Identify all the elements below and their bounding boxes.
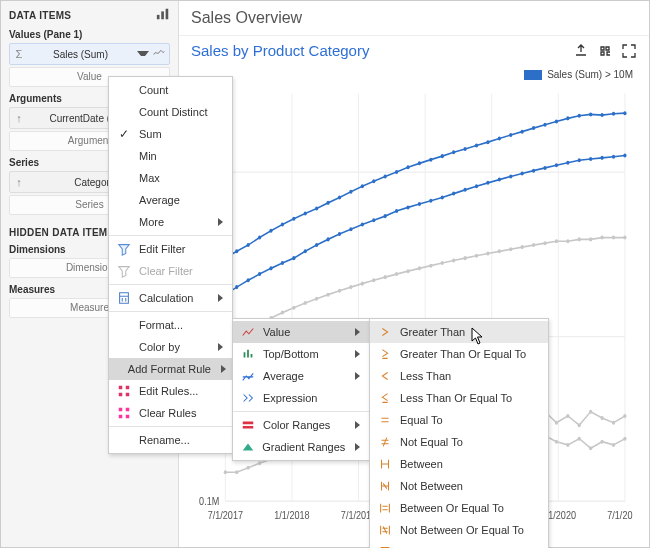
svg-point-44 [486, 140, 489, 144]
menu-item-label: Top/Bottom [263, 348, 345, 360]
svg-point-84 [532, 169, 535, 173]
menu-item-label: More [139, 216, 208, 228]
menu-item-label: Clear Rules [139, 407, 226, 419]
cond-menu-item-less-than-or-equal-to[interactable]: Less Than Or Equal To [370, 387, 548, 409]
svg-point-40 [441, 154, 444, 158]
agg-menu-item-rename-[interactable]: Rename... [109, 429, 232, 451]
agg-menu-item-count-distinct[interactable]: Count Distinct [109, 101, 232, 123]
filter-icon[interactable] [597, 43, 613, 59]
menu-item-label: Count Distinct [139, 106, 226, 118]
chevron-right-icon [218, 343, 226, 351]
agg-menu-item-edit-filter[interactable]: Edit Filter [109, 238, 232, 260]
svg-point-165 [224, 470, 227, 474]
svg-point-25 [269, 229, 272, 233]
svg-point-61 [269, 266, 272, 270]
lt-icon [376, 368, 394, 384]
agg-menu-item-clear-rules[interactable]: Clear Rules [109, 402, 232, 424]
value-pill-sales[interactable]: Σ Sales (Sum) [9, 43, 170, 65]
menu-item-label: Min [139, 150, 226, 162]
svg-text:1/1/2018: 1/1/2018 [274, 509, 310, 521]
rule-menu-item-average[interactable]: Average [233, 365, 369, 387]
value-condition-submenu[interactable]: Greater ThanGreater Than Or Equal ToLess… [369, 318, 549, 548]
menu-item-label: Rename... [139, 434, 226, 446]
svg-point-36 [395, 170, 398, 174]
aggregate-context-menu[interactable]: CountCount Distinct✓SumMinMaxAverageMore… [108, 76, 233, 454]
svg-point-120 [532, 243, 535, 247]
rule-menu-item-expression[interactable]: Expression [233, 387, 369, 409]
values-section-label: Values (Pane 1) [9, 29, 170, 40]
agg-menu-item-format-[interactable]: Format... [109, 314, 232, 336]
svg-point-114 [463, 256, 466, 260]
svg-point-71 [384, 214, 387, 218]
svg-point-75 [429, 199, 432, 203]
maximize-icon[interactable] [621, 43, 637, 59]
cond-menu-item-not-between[interactable]: Not Between [370, 475, 548, 497]
rule-menu-item-gradient-ranges[interactable]: Gradient Ranges [233, 436, 369, 458]
svg-rect-0 [157, 15, 160, 19]
svg-point-101 [315, 297, 318, 301]
svg-point-42 [463, 147, 466, 151]
format-rule-submenu[interactable]: ValueTop/BottomAverageExpressionColor Ra… [232, 318, 370, 461]
chevron-down-icon[interactable] [137, 48, 149, 60]
svg-point-51 [566, 116, 569, 120]
agg-menu-item-more[interactable]: More [109, 211, 232, 233]
svg-point-109 [406, 269, 409, 273]
svg-point-67 [338, 232, 341, 236]
menu-item-label: Calculation [139, 292, 208, 304]
cond-menu-item-not-equal-to[interactable]: Not Equal To [370, 431, 548, 453]
cond-menu-item-greater-than-or-equal-to[interactable]: Greater Than Or Equal To [370, 343, 548, 365]
svg-point-108 [395, 272, 398, 276]
btwe-icon [376, 500, 394, 516]
cond-menu-item-text-that-contains[interactable]: Text that Contains [370, 541, 548, 548]
cond-menu-item-less-than[interactable]: Less Than [370, 365, 548, 387]
svg-point-53 [589, 112, 592, 116]
svg-point-79 [475, 184, 478, 188]
svg-point-34 [372, 179, 375, 183]
svg-point-82 [509, 174, 512, 178]
agg-menu-item-average[interactable]: Average [109, 189, 232, 211]
menu-item-label: Less Than [400, 370, 542, 382]
rule-menu-item-top-bottom[interactable]: Top/Bottom [233, 343, 369, 365]
chevron-right-icon [355, 443, 363, 451]
cond-menu-item-greater-than[interactable]: Greater Than [370, 321, 548, 343]
svg-point-102 [326, 293, 329, 297]
svg-point-164 [623, 414, 626, 418]
svg-point-33 [361, 184, 364, 188]
agg-menu-item-min[interactable]: Min [109, 145, 232, 167]
agg-menu-item-edit-rules-[interactable]: Edit Rules... [109, 380, 232, 402]
rule-menu-item-value[interactable]: Value [233, 321, 369, 343]
svg-point-99 [292, 306, 295, 310]
svg-point-39 [429, 158, 432, 162]
svg-point-200 [623, 437, 626, 441]
data-items-header: DATA ITEMS [9, 10, 71, 21]
rule-menu-item-color-ranges[interactable]: Color Ranges [233, 414, 369, 436]
export-icon[interactable] [573, 43, 589, 59]
svg-point-104 [349, 285, 352, 289]
agg-menu-item-color-by[interactable]: Color by [109, 336, 232, 358]
svg-point-31 [338, 196, 341, 200]
binding-options-icon[interactable] [156, 7, 170, 23]
agg-menu-item-sum[interactable]: ✓Sum [109, 123, 232, 145]
topbottom-icon [239, 346, 257, 362]
nbtwe-icon [376, 522, 394, 538]
svg-point-35 [384, 174, 387, 178]
chevron-right-icon [218, 294, 226, 302]
svg-point-107 [384, 275, 387, 279]
cond-menu-item-equal-to[interactable]: Equal To [370, 409, 548, 431]
menu-item-label: Clear Filter [139, 265, 226, 277]
agg-menu-item-count[interactable]: Count [109, 79, 232, 101]
agg-menu-item-add-format-rule[interactable]: Add Format Rule [109, 358, 232, 380]
svg-point-28 [304, 212, 307, 216]
chevron-right-icon [355, 350, 363, 358]
svg-point-73 [406, 205, 409, 209]
agg-menu-item-calculation[interactable]: Calculation [109, 287, 232, 309]
cond-menu-item-between[interactable]: Between [370, 453, 548, 475]
svg-point-103 [338, 289, 341, 293]
agg-menu-item-max[interactable]: Max [109, 167, 232, 189]
sparkline-icon[interactable] [153, 47, 165, 61]
cond-menu-item-not-between-or-equal-to[interactable]: Not Between Or Equal To [370, 519, 548, 541]
svg-point-159 [566, 414, 569, 418]
cond-menu-item-between-or-equal-to[interactable]: Between Or Equal To [370, 497, 548, 519]
svg-point-88 [578, 158, 581, 162]
lte-icon [376, 390, 394, 406]
